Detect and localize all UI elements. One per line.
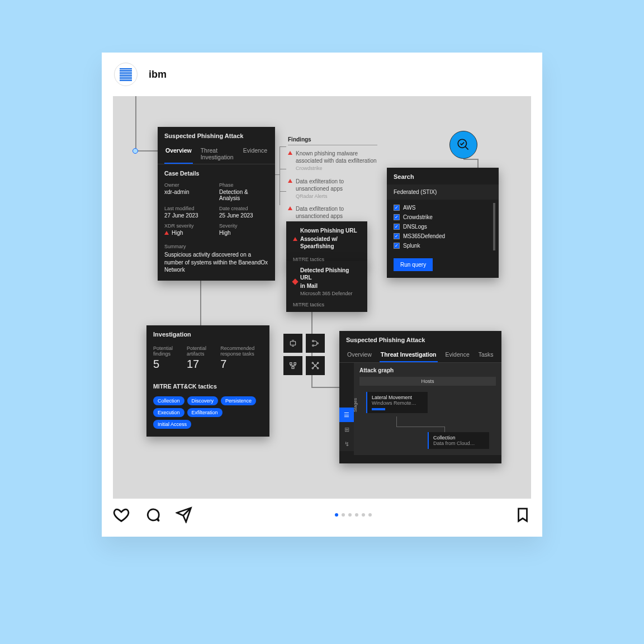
graph-node-collection[interactable]: Collection Data from Cloud… — [428, 432, 489, 449]
graph-node-lateral-movement[interactable]: Lateral Movement Windows Remote… — [366, 392, 428, 413]
run-query-button[interactable]: Run query — [394, 258, 433, 271]
hosts-header: Hosts — [359, 377, 496, 386]
node-sub: Data from Cloud… — [433, 441, 485, 446]
tab-threat-investigation[interactable]: Threat Investigation — [200, 144, 235, 164]
warning-triangle-icon — [288, 206, 292, 210]
search-option[interactable]: ✓Splunk — [394, 241, 492, 250]
search-options-list: ✓AWS ✓Crowdstrike ✓DNSLogs ✓MS365Defende… — [387, 200, 499, 254]
ibm-logo-bars — [120, 68, 132, 81]
connector-node-dot — [132, 148, 138, 154]
tool-button-network[interactable] — [306, 356, 325, 375]
alert-title-line1: Known Phishing URL — [300, 227, 361, 234]
connector-line — [396, 427, 444, 427]
alert-title-line2: in Mail — [300, 282, 361, 290]
mitre-tactics-title: MITRE ATT&CK tactics — [146, 377, 269, 393]
tab-tasks[interactable]: Tasks — [477, 348, 495, 362]
post-header: ibm — [102, 53, 542, 96]
magnify-check-icon — [456, 138, 471, 152]
attack-sidebar: ☰ ⊞ ↯ — [339, 408, 354, 451]
sidebar-icon-branch[interactable]: ↯ — [339, 437, 354, 451]
tab-overview[interactable]: Overview — [164, 144, 193, 164]
case-tabs: Overview Threat Investigation Evidence — [158, 144, 275, 164]
summary-label: Summary — [164, 244, 268, 249]
finding-text: Data exfilteration to unsanctioned apps — [296, 178, 344, 192]
tab-evidence[interactable]: Evidence — [242, 144, 268, 164]
carousel-dot[interactable] — [368, 513, 372, 517]
search-option[interactable]: ✓MS365Defended — [394, 231, 492, 241]
tool-button-device[interactable] — [283, 334, 302, 353]
stat-value: 17 — [187, 358, 210, 371]
finding-item: Known phishing malware associated with d… — [288, 150, 377, 172]
post-actions — [102, 499, 542, 537]
mitre-pill[interactable]: Collection — [153, 396, 184, 405]
alert-card-detected-phishing: Detected Phishing URL in Mail Microsoft … — [286, 261, 367, 312]
search-option[interactable]: ✓DNSLogs — [394, 222, 492, 231]
connector-line — [463, 159, 477, 160]
device-icon — [288, 339, 297, 348]
summary-text: Suspicious activity discovered on a numb… — [164, 251, 268, 274]
alert-card-phishing-url: Known Phishing URL Associated w/ Spearfi… — [286, 221, 367, 267]
tool-button-tree[interactable] — [283, 356, 302, 375]
mitre-pill[interactable]: Persistence — [221, 396, 256, 405]
investigation-panel: Investigation Potential findings 5 Poten… — [146, 325, 269, 437]
carousel-dots[interactable] — [335, 513, 372, 517]
bookmark-icon[interactable] — [514, 506, 531, 523]
carousel-dot[interactable] — [348, 513, 352, 517]
mitre-pill[interactable]: Discovery — [187, 396, 219, 405]
phase-value: Detection & Analysis — [219, 189, 268, 201]
svg-point-2 — [312, 340, 314, 342]
tool-icon-grid — [283, 334, 325, 375]
branches-icon — [311, 339, 320, 348]
finding-source: Crowdstrike — [296, 165, 377, 172]
comment-icon[interactable] — [144, 506, 161, 523]
svg-point-3 — [312, 345, 314, 347]
mitre-pill[interactable]: Execution — [153, 408, 184, 417]
search-badge[interactable] — [449, 131, 477, 159]
network-icon — [311, 361, 320, 370]
search-option[interactable]: ✓AWS — [394, 203, 492, 212]
search-title: Search — [387, 168, 499, 184]
attack-graph-title: Attack graph — [359, 367, 496, 373]
tab-threat-investigation[interactable]: Threat Investigation — [380, 348, 438, 362]
stat-label: Potential findings — [153, 345, 177, 357]
warning-triangle-icon — [293, 237, 297, 241]
ibm-logo[interactable] — [114, 63, 138, 86]
share-icon[interactable] — [176, 506, 192, 523]
sidebar-icon-list[interactable]: ☰ — [339, 408, 354, 422]
post-username[interactable]: ibm — [149, 69, 167, 80]
sidebar-icon-tree[interactable]: ⊞ — [339, 422, 354, 437]
carousel-dot[interactable] — [362, 513, 365, 517]
tab-evidence[interactable]: Evidence — [444, 348, 471, 362]
carousel-dot[interactable] — [342, 513, 345, 517]
attack-tabs: Overview Threat Investigation Evidence T… — [339, 348, 501, 363]
attack-graph-body: Attack graph Hosts Stages Lateral Moveme… — [354, 363, 501, 455]
stat-value: 5 — [153, 358, 177, 371]
xdr-sev-label: XDR severity — [164, 223, 214, 229]
mitre-pill[interactable]: Initial Access — [153, 420, 191, 429]
carousel-dot[interactable] — [335, 513, 338, 517]
case-meta-grid: Owner xdr-admin Phase Detection & Analys… — [158, 180, 275, 240]
tool-button-branches[interactable] — [306, 334, 325, 353]
heart-icon[interactable] — [113, 506, 130, 523]
connector-line — [275, 174, 280, 175]
svg-rect-7 — [292, 367, 294, 368]
finding-text: Known phishing malware associated with d… — [296, 150, 377, 164]
node-progress-bar — [372, 408, 385, 410]
owner-label: Owner — [164, 182, 214, 188]
stat-value: 7 — [220, 358, 263, 371]
connector-line — [280, 146, 286, 147]
search-option[interactable]: ✓Crowdstrike — [394, 212, 492, 222]
attack-graph-panel: Suspected Phishing Attack Overview Threa… — [339, 331, 501, 463]
alert-source: Microsoft 365 Defender — [300, 291, 361, 296]
post-image-canvas: Suspected Phishing Attack Overview Threa… — [113, 96, 531, 499]
carousel-dot[interactable] — [355, 513, 358, 517]
svg-rect-1 — [290, 342, 295, 345]
finding-text: Data exfilteration to unsanctioned apps — [296, 206, 344, 219]
tab-overview[interactable]: Overview — [346, 348, 373, 362]
connector-line — [396, 416, 397, 427]
alert-title-line1: Detected Phishing URL — [300, 267, 361, 281]
mitre-pill[interactable]: Exfilteration — [187, 408, 222, 417]
case-panel: Suspected Phishing Attack Overview Threa… — [158, 127, 275, 281]
findings-block: Findings Known phishing malware associat… — [288, 136, 377, 233]
finding-source: QRadar Alerts — [296, 193, 377, 200]
